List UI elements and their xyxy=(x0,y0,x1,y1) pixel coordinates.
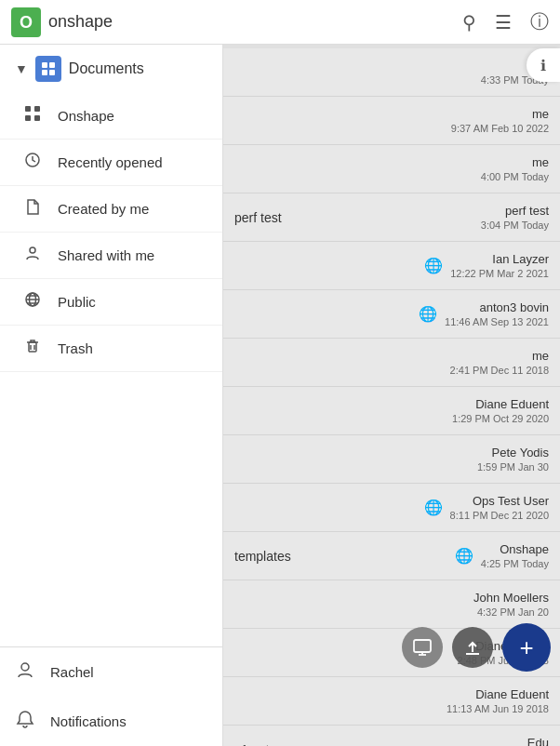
doc-date: 4:00 PM Today xyxy=(481,171,549,182)
table-row[interactable]: me 4:33 PM Today xyxy=(223,48,560,97)
menu-icon[interactable]: ☰ xyxy=(495,11,512,33)
table-row[interactable]: 🌐 Ops Test User 8:11 PM Dec 21 2020 xyxy=(223,484,560,532)
sidebar-item-notifications[interactable]: Notifications xyxy=(0,697,222,746)
sidebar-item-onshape-label: Onshape xyxy=(58,108,114,124)
notifications-label: Notifications xyxy=(50,713,127,729)
top-header: O onshape ⚲ ☰ ⓘ xyxy=(0,0,560,45)
documents-icon xyxy=(35,56,61,82)
doc-meta: me 4:00 PM Today xyxy=(481,155,549,182)
doc-owner: Edu xyxy=(450,736,549,746)
add-fab-button[interactable]: + xyxy=(502,623,551,672)
svg-rect-8 xyxy=(25,115,31,121)
monitor-fab-button[interactable] xyxy=(402,627,443,668)
table-row[interactable]: 🌐 anton3 bovin 11:46 AM Sep 13 2021 xyxy=(223,290,560,339)
info-button[interactable]: ℹ xyxy=(527,48,560,82)
svg-rect-4 xyxy=(42,70,47,75)
sidebar-item-recently-opened[interactable]: Recently opened xyxy=(0,140,222,186)
table-row[interactable]: Pete Yodis 1:59 PM Jan 30 xyxy=(223,435,560,484)
sidebar-item-created-by-me-label: Created by me xyxy=(58,201,149,217)
svg-rect-6 xyxy=(25,106,31,112)
person-icon xyxy=(22,245,43,266)
doc-meta: anton3 bovin 11:46 AM Sep 13 2021 xyxy=(445,300,549,327)
upload-fab-button[interactable] xyxy=(452,627,493,668)
doc-info: v1.x_t xyxy=(234,742,443,747)
doc-owner: Diane Eduent xyxy=(452,397,549,411)
table-row[interactable]: me 9:37 AM Feb 10 2022 xyxy=(223,97,560,145)
sidebar-item-public-label: Public xyxy=(58,294,96,310)
user-icon xyxy=(15,660,35,684)
header-icons: ⚲ ☰ ⓘ xyxy=(462,9,549,34)
doc-meta: Diane Eduent 1:29 PM Oct 29 2020 xyxy=(452,397,549,424)
doc-owner: anton3 bovin xyxy=(445,300,549,314)
doc-owner: perf test xyxy=(481,204,549,218)
table-row[interactable]: me 2:41 PM Dec 11 2018 xyxy=(223,339,560,387)
logo-text: onshape xyxy=(48,12,113,32)
onshape-logo-icon: O xyxy=(11,7,41,37)
sidebar-item-onshape[interactable]: Onshape xyxy=(0,93,222,140)
doc-owner: John Moellers xyxy=(473,591,549,605)
trash-icon xyxy=(22,338,43,359)
svg-text:O: O xyxy=(20,13,33,32)
doc-date: 9:37 AM Feb 10 2022 xyxy=(451,123,549,134)
doc-date: 11:46 AM Sep 13 2021 xyxy=(445,316,549,327)
svg-point-20 xyxy=(21,663,29,671)
sidebar-documents-header[interactable]: ▼ Documents xyxy=(0,45,222,93)
doc-meta: Ops Test User 8:11 PM Dec 21 2020 xyxy=(450,494,549,521)
sidebar-item-shared-with-me-label: Shared with me xyxy=(58,247,154,263)
sidebar-item-public[interactable]: Public xyxy=(0,279,222,326)
fab-area: + xyxy=(402,623,551,672)
grid-icon xyxy=(22,105,43,127)
doc-date: 2:41 PM Dec 11 2018 xyxy=(450,365,549,376)
table-row[interactable]: templates 🌐 Onshape 4:25 PM Today xyxy=(223,532,560,580)
documents-label: Documents xyxy=(69,60,144,77)
doc-date: 11:13 AM Jun 19 2018 xyxy=(447,703,549,714)
sidebar-item-recently-opened-label: Recently opened xyxy=(58,154,163,170)
table-row[interactable]: Diane Eduent 1:29 PM Oct 29 2020 xyxy=(223,387,560,435)
svg-rect-21 xyxy=(414,640,431,652)
doc-title: templates xyxy=(234,549,447,564)
sidebar-item-created-by-me[interactable]: Created by me xyxy=(0,186,222,233)
svg-point-11 xyxy=(30,247,35,253)
table-row[interactable]: John Moellers 4:32 PM Jan 20 xyxy=(223,580,560,629)
doc-date: 4:32 PM Jan 20 xyxy=(473,606,549,618)
doc-info: perf test xyxy=(234,210,473,225)
doc-date: 8:11 PM Dec 21 2020 xyxy=(450,510,549,521)
doc-date: 4:25 PM Today xyxy=(481,558,549,569)
doc-date: 1:59 PM Jan 30 xyxy=(477,461,549,473)
doc-owner: me xyxy=(451,107,549,121)
table-row[interactable]: Diane Eduent 11:13 AM Jun 19 2018 xyxy=(223,677,560,726)
help-icon[interactable]: ⓘ xyxy=(530,9,549,34)
sidebar-item-user[interactable]: Rachel xyxy=(0,647,222,697)
user-label: Rachel xyxy=(50,664,94,680)
table-row[interactable]: perf test perf test 3:04 PM Today xyxy=(223,193,560,242)
logo-area: O onshape xyxy=(11,7,462,37)
plus-icon: + xyxy=(519,633,533,662)
sidebar-item-shared-with-me[interactable]: Shared with me xyxy=(0,233,222,279)
doc-meta: Pete Yodis 1:59 PM Jan 30 xyxy=(477,446,549,473)
table-row[interactable]: v1.x_t Edu 1:29 PM Dec 19 2019 xyxy=(223,726,560,746)
doc-meta: Onshape 4:25 PM Today xyxy=(481,542,549,569)
svg-rect-5 xyxy=(49,70,55,75)
sidebar-item-trash-label: Trash xyxy=(58,340,93,356)
search-icon[interactable]: ⚲ xyxy=(462,11,476,33)
doc-owner: Pete Yodis xyxy=(477,446,549,460)
globe-indicator-icon: 🌐 xyxy=(424,499,443,516)
doc-owner: Ops Test User xyxy=(450,494,549,508)
svg-rect-17 xyxy=(29,342,36,352)
doc-meta: perf test 3:04 PM Today xyxy=(481,204,549,231)
globe-icon xyxy=(22,291,43,313)
globe-indicator-icon: 🌐 xyxy=(424,257,443,274)
doc-meta: Diane Eduent 11:13 AM Jun 19 2018 xyxy=(447,687,549,714)
doc-owner: Diane Eduent xyxy=(447,687,549,701)
table-row[interactable]: 🌐 Ian Layzer 12:22 PM Mar 2 2021 xyxy=(223,242,560,290)
table-row[interactable]: me 4:00 PM Today xyxy=(223,145,560,193)
doc-date: 12:22 PM Mar 2 2021 xyxy=(450,268,549,279)
doc-meta: me 9:37 AM Feb 10 2022 xyxy=(451,107,549,134)
doc-owner: me xyxy=(450,349,549,363)
sidebar-item-trash[interactable]: Trash xyxy=(0,326,222,372)
sidebar: ▼ Documents Onshape xyxy=(0,45,223,746)
doc-title: v1.x_t xyxy=(234,742,443,747)
doc-owner: me xyxy=(481,155,549,169)
globe-indicator-icon: 🌐 xyxy=(455,547,473,565)
doc-owner: Onshape xyxy=(481,542,549,556)
